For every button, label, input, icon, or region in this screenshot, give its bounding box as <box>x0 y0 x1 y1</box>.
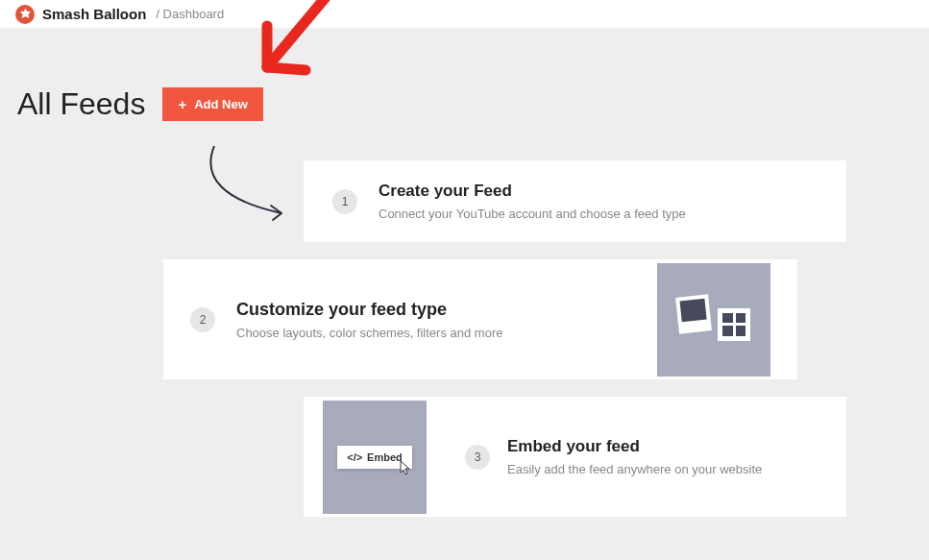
step-number: 3 <box>465 445 490 470</box>
step-title: Embed your feed <box>507 437 827 456</box>
brand-logo-icon <box>15 5 35 24</box>
customize-graphic <box>657 263 770 377</box>
step-text: Customize your feed type Choose layouts,… <box>236 300 638 340</box>
page-title: All Feeds <box>17 86 145 122</box>
main-content: All Feeds + Add New 1 Create your Feed C… <box>0 29 929 517</box>
cursor-icon <box>398 460 413 477</box>
grid-icon <box>718 308 750 341</box>
step-card-2: 2 Customize your feed type Choose layout… <box>163 259 797 379</box>
step-title: Create your Feed <box>379 182 818 201</box>
step-number: 1 <box>332 189 357 214</box>
plus-icon: + <box>178 97 186 111</box>
brand-name: Smash Balloon <box>42 6 146 22</box>
add-new-label: Add New <box>194 97 248 111</box>
add-new-button[interactable]: + Add New <box>162 87 262 121</box>
embed-graphic: </> Embed <box>323 401 427 514</box>
title-row: All Feeds + Add New <box>17 86 912 122</box>
step-card-3: </> Embed 3 Embed your feed Easily add t… <box>304 397 846 517</box>
app-header: Smash Balloon / Dashboard <box>0 0 929 29</box>
polaroid-icon <box>675 294 712 333</box>
curve-arrow-icon <box>190 141 296 228</box>
step-text: Embed your feed Easily add the feed anyw… <box>507 437 827 476</box>
steps-container: 1 Create your Feed Connect your YouTube … <box>17 160 912 517</box>
step-desc: Connect your YouTube account and choose … <box>379 207 818 221</box>
code-icon: </> <box>347 451 362 463</box>
step-desc: Choose layouts, color schemes, filters a… <box>236 326 638 340</box>
svg-marker-0 <box>20 9 31 18</box>
step-card-1: 1 Create your Feed Connect your YouTube … <box>304 160 846 242</box>
step-desc: Easily add the feed anywhere on your web… <box>507 462 827 476</box>
step-number: 2 <box>190 307 215 332</box>
svg-line-3 <box>267 67 306 70</box>
step-title: Customize your feed type <box>236 300 638 320</box>
breadcrumb: / Dashboard <box>156 7 224 21</box>
step-text: Create your Feed Connect your YouTube ac… <box>379 182 818 221</box>
